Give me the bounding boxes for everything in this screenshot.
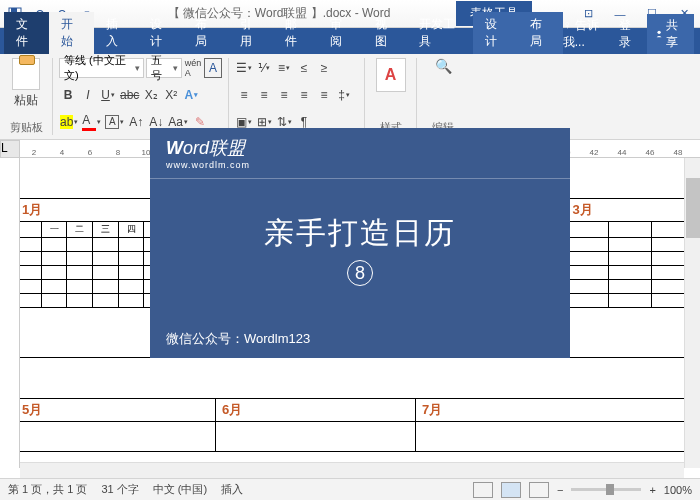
brand-w: W [166,138,183,158]
char-shading-button[interactable]: A [104,112,125,132]
zoom-level[interactable]: 100% [664,484,692,496]
text-effects-button[interactable]: A [182,85,200,105]
zoom-slider[interactable] [571,488,641,491]
status-insert[interactable]: 插入 [221,482,243,497]
highlight-button[interactable]: ab [59,112,79,132]
overlay-title: 亲手打造日历 [264,213,456,254]
increase-font-button[interactable]: A↑ [127,112,145,132]
vertical-ruler[interactable] [0,158,20,468]
ribbon-tabs: 文件 开始 插入 设计 布局 引用 邮件 审阅 视图 开发工具 设计 布局 ♀ … [0,28,700,54]
bullets-button[interactable]: ☰ [235,58,253,78]
numbering-button[interactable]: ⅟ [255,58,273,78]
zoom-in-button[interactable]: + [649,484,655,496]
month-header-3: 3月 [566,199,694,222]
overlay-logo: Word联盟 www.wordlm.com [150,128,570,179]
brand-rest: ord联盟 [183,138,245,158]
font-group: 等线 (中文正文) 五号 wénA A B I U abc X₂ X² A ab… [59,58,229,135]
align-justify-button[interactable]: ≡ [295,85,313,105]
italic-button[interactable]: I [79,85,97,105]
svg-rect-1 [11,8,17,12]
editing-group: 🔍 编辑 [423,58,469,135]
superscript-button[interactable]: X² [162,85,180,105]
login-button[interactable]: 登录 [619,17,639,51]
svg-point-2 [658,31,661,34]
month-header-5: 5月 [20,399,216,422]
zoom-out-button[interactable]: − [557,484,563,496]
font-name-combo[interactable]: 等线 (中文正文) [59,58,144,78]
align-left-button[interactable]: ≡ [235,85,253,105]
phonetic-guide-button[interactable]: wénA [184,58,202,78]
tab-view[interactable]: 视图 [363,12,408,54]
tab-file[interactable]: 文件 [4,12,49,54]
view-print-button[interactable] [501,482,521,498]
tab-references[interactable]: 引用 [228,12,273,54]
clipboard-label: 剪贴板 [6,120,46,135]
overlay-splash: Word联盟 www.wordlm.com 亲手打造日历 8 微信公众号：Wor… [150,128,570,358]
styles-button[interactable]: A [376,58,406,92]
overlay-number: 8 [347,260,373,286]
tab-home[interactable]: 开始 [49,12,94,54]
vertical-scrollbar[interactable] [684,158,700,468]
clipboard-group: 粘贴 剪贴板 [6,58,53,135]
paste-icon [12,58,40,90]
view-read-button[interactable] [473,482,493,498]
calendar-table-2[interactable]: 5月6月7月 [20,398,695,452]
status-bar: 第 1 页，共 1 页 31 个字 中文 (中国) 插入 − + 100% [0,478,700,500]
tab-review[interactable]: 审阅 [318,12,363,54]
line-spacing-button[interactable]: ‡ [335,85,353,105]
font-size-combo[interactable]: 五号 [146,58,182,78]
month-header-7: 7月 [416,399,695,422]
month-header-6: 6月 [216,399,416,422]
tab-design[interactable]: 设计 [138,12,183,54]
overlay-title-area: 亲手打造日历 8 [150,179,570,320]
scroll-thumb[interactable] [686,178,700,238]
tell-me-search[interactable]: ♀ 告诉我... [563,17,612,51]
indent-left-button[interactable]: ≤ [295,58,313,78]
ruler-corner: L [0,140,20,158]
overlay-footer: 微信公众号：Wordlm123 [150,320,570,358]
horizontal-scrollbar[interactable] [20,462,684,478]
strikethrough-button[interactable]: abc [119,85,140,105]
align-distribute-button[interactable]: ≡ [315,85,333,105]
styles-group: A 样式 [371,58,417,135]
subscript-button[interactable]: X₂ [142,85,160,105]
status-chars[interactable]: 31 个字 [101,482,138,497]
tab-developer[interactable]: 开发工具 [407,12,473,54]
indent-right-button[interactable]: ≥ [315,58,333,78]
align-right-button[interactable]: ≡ [275,85,293,105]
share-button[interactable]: 共享 [647,14,694,54]
tab-insert[interactable]: 插入 [94,12,139,54]
find-button[interactable]: 🔍 [435,58,452,74]
tab-table-layout[interactable]: 布局 [518,12,563,54]
font-color-button[interactable]: A [81,112,102,132]
paste-label: 粘贴 [14,92,38,109]
tab-layout[interactable]: 布局 [183,12,228,54]
view-web-button[interactable] [529,482,549,498]
multilevel-button[interactable]: ≡ [275,58,293,78]
align-center-button[interactable]: ≡ [255,85,273,105]
paragraph-group: ☰ ⅟ ≡ ≤ ≥ ≡ ≡ ≡ ≡ ≡ ‡ ▣ ⊞ ⇅ ¶ [235,58,365,135]
status-page[interactable]: 第 1 页，共 1 页 [8,482,87,497]
status-lang[interactable]: 中文 (中国) [153,482,207,497]
paste-button[interactable]: 粘贴 [6,58,46,109]
bold-button[interactable]: B [59,85,77,105]
underline-button[interactable]: U [99,85,117,105]
tab-table-design[interactable]: 设计 [473,12,518,54]
overlay-url: www.wordlm.com [166,160,554,170]
char-border-button[interactable]: A [204,58,222,78]
tab-mailings[interactable]: 邮件 [273,12,318,54]
